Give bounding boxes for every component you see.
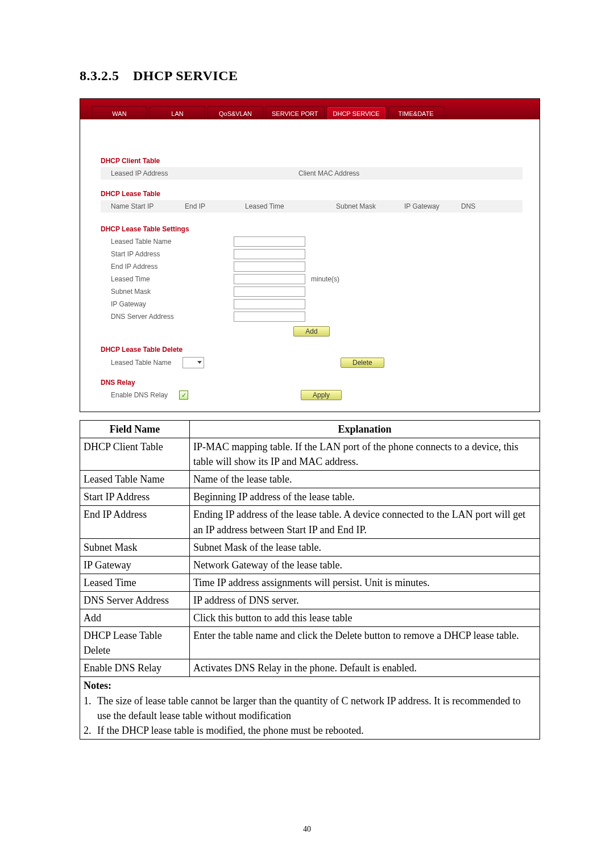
document-page: 8.3.2.5 DHCP SERVICE WAN LAN QoS&VLAN SE… bbox=[0, 0, 614, 868]
label-enable-dns-relay: Enable DNS Relay bbox=[111, 391, 179, 399]
input-subnet-mask[interactable] bbox=[234, 286, 305, 297]
label-ip-gateway: IP Gateway bbox=[111, 300, 234, 308]
table-row: Leased TimeTime IP address assignments w… bbox=[80, 574, 540, 591]
label-delete-table-name: Leased Table Name bbox=[111, 359, 182, 367]
tab-wan[interactable]: WAN bbox=[92, 106, 147, 119]
label-subnet-mask: Subnet Mask bbox=[111, 288, 234, 296]
add-button[interactable]: Add bbox=[293, 326, 329, 337]
heading-title: DHCP SERVICE bbox=[133, 68, 238, 83]
cell-explanation: Name of the lease table. bbox=[190, 471, 540, 488]
col-leased-time: Leased Time bbox=[245, 202, 336, 210]
dhcp-lease-table-header: Name Start IP End IP Leased Time Subnet … bbox=[101, 200, 522, 213]
input-leased-table-name[interactable] bbox=[234, 236, 305, 247]
table-row: DNS Server AddressIP address of DNS serv… bbox=[80, 591, 540, 609]
tab-service-port[interactable]: SERVICE PORT bbox=[265, 106, 325, 119]
notes-cell: Notes: The size of lease table cannot be… bbox=[80, 677, 540, 739]
heading-number: 8.3.2.5 bbox=[80, 68, 119, 83]
cell-field-name: DHCP Client Table bbox=[80, 438, 190, 471]
dhcp-client-table-header: Leased IP Address Client MAC Address bbox=[101, 167, 522, 180]
label-leased-time-unit: minute(s) bbox=[311, 275, 339, 283]
tab-qosvlan[interactable]: QoS&VLAN bbox=[208, 106, 263, 119]
th-field-name: Field Name bbox=[80, 421, 190, 438]
cell-explanation: Enter the table name and click the Delet… bbox=[190, 627, 540, 659]
tab-bar: WAN LAN QoS&VLAN SERVICE PORT DHCP SERVI… bbox=[80, 99, 540, 119]
table-row: Leased Table NameName of the lease table… bbox=[80, 471, 540, 488]
dhcp-client-table-title: DHCP Client Table bbox=[101, 157, 522, 165]
ui-screenshot: WAN LAN QoS&VLAN SERVICE PORT DHCP SERVI… bbox=[80, 98, 540, 412]
cell-field-name: DHCP Lease Table Delete bbox=[80, 627, 190, 659]
cell-field-name: IP Gateway bbox=[80, 556, 190, 574]
input-leased-time[interactable] bbox=[234, 274, 305, 284]
section-heading: 8.3.2.5 DHCP SERVICE bbox=[80, 68, 540, 84]
cell-explanation: Network Gateway of the lease table. bbox=[190, 556, 540, 574]
label-leased-table-name: Leased Table Name bbox=[111, 238, 234, 246]
delete-button[interactable]: Delete bbox=[341, 358, 384, 368]
label-dns-server: DNS Server Address bbox=[111, 313, 234, 321]
cell-explanation: Ending IP address of the lease table. A … bbox=[190, 506, 540, 538]
col-end-ip: End IP bbox=[185, 202, 245, 210]
col-leased-ip: Leased IP Address bbox=[111, 169, 298, 177]
cell-field-name: Add bbox=[80, 609, 190, 627]
apply-button[interactable]: Apply bbox=[301, 390, 342, 400]
cell-explanation: Click this button to add this lease tabl… bbox=[190, 609, 540, 627]
cell-field-name: Leased Time bbox=[80, 574, 190, 591]
th-explanation: Explanation bbox=[190, 421, 540, 438]
cell-explanation: IP-MAC mapping table. If the LAN port of… bbox=[190, 438, 540, 471]
table-row: IP GatewayNetwork Gateway of the lease t… bbox=[80, 556, 540, 574]
cell-field-name: Leased Table Name bbox=[80, 471, 190, 488]
label-end-ip: End IP Address bbox=[111, 263, 234, 271]
col-client-mac: Client MAC Address bbox=[298, 169, 522, 177]
col-name-startip: Name Start IP bbox=[111, 202, 185, 210]
cell-field-name: Subnet Mask bbox=[80, 538, 190, 556]
cell-explanation: IP address of DNS server. bbox=[190, 591, 540, 609]
lease-delete-title: DHCP Lease Table Delete bbox=[101, 346, 522, 354]
lease-settings-title: DHCP Lease Table Settings bbox=[101, 225, 522, 233]
explanation-table: Field Name Explanation DHCP Client Table… bbox=[80, 420, 540, 740]
label-start-ip: Start IP Address bbox=[111, 250, 234, 258]
table-row: Subnet MaskSubnet Mask of the lease tabl… bbox=[80, 538, 540, 556]
dhcp-lease-table-title: DHCP Lease Table bbox=[101, 190, 522, 198]
cell-field-name: Enable DNS Relay bbox=[80, 659, 190, 677]
cell-explanation: Subnet Mask of the lease table. bbox=[190, 538, 540, 556]
col-dns: DNS bbox=[461, 202, 522, 210]
col-ip-gateway: IP Gateway bbox=[404, 202, 461, 210]
table-row: DHCP Lease Table DeleteEnter the table n… bbox=[80, 627, 540, 659]
input-ip-gateway[interactable] bbox=[234, 299, 305, 309]
tab-time-date[interactable]: TIME&DATE bbox=[388, 106, 444, 119]
input-end-ip[interactable] bbox=[234, 261, 305, 272]
cell-field-name: Start IP Address bbox=[80, 488, 190, 506]
cell-field-name: DNS Server Address bbox=[80, 591, 190, 609]
note-item: If the DHCP lease table is modified, the… bbox=[94, 723, 536, 738]
dns-relay-title: DNS Relay bbox=[101, 379, 522, 387]
input-start-ip[interactable] bbox=[234, 249, 305, 259]
panel-body: DHCP Client Table Leased IP Address Clie… bbox=[80, 119, 540, 412]
col-subnet-mask: Subnet Mask bbox=[336, 202, 404, 210]
cell-explanation: Activates DNS Relay in the phone. Defaul… bbox=[190, 659, 540, 677]
select-delete-table-name[interactable] bbox=[182, 357, 204, 368]
table-row: DHCP Client TableIP-MAC mapping table. I… bbox=[80, 438, 540, 471]
note-item: The size of lease table cannot be larger… bbox=[94, 693, 536, 723]
cell-field-name: End IP Address bbox=[80, 506, 190, 538]
cell-explanation: Beginning IP address of the lease table. bbox=[190, 488, 540, 506]
table-row: Start IP AddressBeginning IP address of … bbox=[80, 488, 540, 506]
checkbox-enable-dns-relay[interactable]: ✓ bbox=[179, 391, 188, 400]
input-dns-server[interactable] bbox=[234, 312, 305, 322]
page-number: 40 bbox=[0, 825, 614, 834]
tab-lan[interactable]: LAN bbox=[150, 106, 205, 119]
label-leased-time: Leased Time bbox=[111, 275, 234, 283]
table-row: End IP AddressEnding IP address of the l… bbox=[80, 506, 540, 538]
cell-explanation: Time IP address assignments will persist… bbox=[190, 574, 540, 591]
table-row: Enable DNS RelayActivates DNS Relay in t… bbox=[80, 659, 540, 677]
table-row: AddClick this button to add this lease t… bbox=[80, 609, 540, 627]
tab-dhcp-service[interactable]: DHCP SERVICE bbox=[327, 106, 386, 119]
notes-label: Notes: bbox=[84, 680, 111, 691]
